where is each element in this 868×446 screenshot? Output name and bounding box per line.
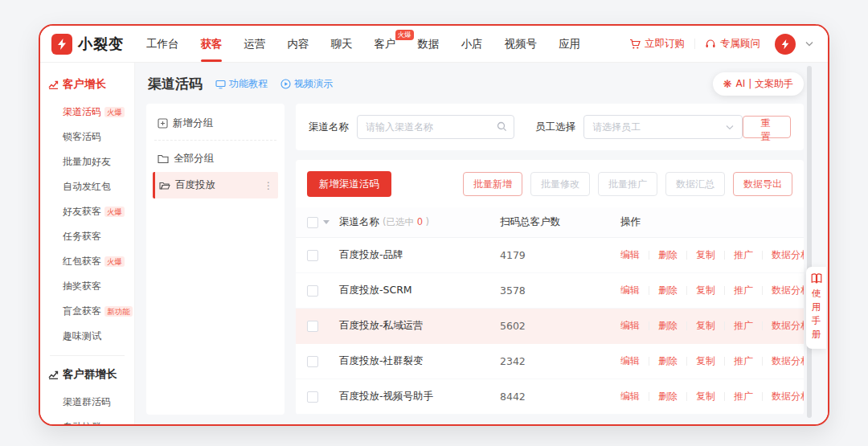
nav-item-customer[interactable]: 客户火爆 bbox=[375, 26, 396, 62]
group-item[interactable]: 全部分组 bbox=[153, 145, 278, 172]
manual-tab-char: 使 bbox=[812, 288, 821, 300]
headset-icon bbox=[705, 39, 716, 50]
action-link[interactable]: 数据分析 bbox=[772, 319, 804, 333]
batch-button[interactable]: 批量新增 bbox=[463, 172, 522, 196]
nav-item-workbench[interactable]: 工作台 bbox=[146, 26, 179, 62]
nav-item-chat[interactable]: 聊天 bbox=[331, 26, 353, 62]
sidebar-item[interactable]: 红包获客火爆 bbox=[40, 249, 134, 274]
sidebar-item-label: 好友获客 bbox=[63, 205, 101, 219]
batch-button[interactable]: 数据导出 bbox=[733, 172, 792, 196]
action-link[interactable]: 复制 bbox=[696, 319, 715, 333]
action-link[interactable]: 删除 bbox=[658, 248, 678, 262]
scan-count-cell: 4179 bbox=[500, 249, 620, 261]
filter-bar: 渠道名称 员工选择 请选择员工 bbox=[296, 104, 804, 150]
action-link[interactable]: 数据分析 bbox=[772, 248, 804, 262]
more-options-icon[interactable]: ⋮ bbox=[264, 180, 273, 191]
subscribe-button[interactable]: 立即订购 bbox=[629, 37, 685, 51]
action-link[interactable]: 删除 bbox=[658, 284, 678, 297]
row-checkbox[interactable] bbox=[307, 391, 318, 403]
nav-item-label: 内容 bbox=[288, 37, 309, 51]
manual-tab-char: 用 bbox=[812, 301, 821, 313]
ai-copywriter-button[interactable]: ❋ AI | 文案助手 bbox=[713, 72, 804, 96]
search-icon[interactable] bbox=[497, 121, 507, 132]
action-link[interactable]: 复制 bbox=[696, 390, 715, 403]
action-link[interactable]: 删除 bbox=[658, 319, 678, 333]
action-link[interactable]: 编辑 bbox=[620, 390, 640, 403]
nav-item-acquisition[interactable]: 获客 bbox=[201, 26, 223, 62]
hot-badge: 火爆 bbox=[104, 107, 125, 118]
brand[interactable]: 小裂变 bbox=[51, 34, 124, 55]
reset-button[interactable]: 重 置 bbox=[743, 116, 791, 138]
sidebar-item[interactable]: 趣味测试 bbox=[40, 324, 134, 349]
action-link[interactable]: 编辑 bbox=[620, 354, 640, 368]
sidebar-item[interactable]: 自动发红包 bbox=[40, 174, 134, 199]
action-link[interactable]: 推广 bbox=[734, 248, 753, 262]
action-link[interactable]: 数据分析 bbox=[772, 284, 804, 297]
folder-icon bbox=[158, 154, 169, 164]
sidebar-item[interactable]: 批量加好友 bbox=[40, 149, 134, 174]
action-divider bbox=[724, 286, 725, 295]
nav-item-content[interactable]: 内容 bbox=[288, 26, 309, 62]
selected-count-info: (已选中 0 ) bbox=[383, 216, 429, 227]
batch-button[interactable]: 批量修改 bbox=[530, 172, 590, 196]
batch-button[interactable]: 数据汇总 bbox=[665, 172, 725, 196]
sidebar-item[interactable]: 抽奖获客 bbox=[40, 274, 134, 299]
folder-open-icon bbox=[159, 181, 170, 190]
add-channel-qrcode-button[interactable]: 新增渠道活码 bbox=[307, 171, 391, 197]
row-checkbox[interactable] bbox=[307, 285, 318, 297]
nav-item-video-account[interactable]: 视频号 bbox=[505, 26, 538, 62]
nav-item-data[interactable]: 数据 bbox=[418, 26, 440, 62]
nav-item-shop[interactable]: 小店 bbox=[461, 26, 483, 62]
advisor-button[interactable]: 专属顾问 bbox=[705, 37, 760, 51]
play-circle-icon bbox=[280, 79, 291, 89]
account-chevron-icon[interactable] bbox=[805, 41, 813, 47]
action-divider bbox=[762, 392, 763, 401]
video-demo-link[interactable]: 视频演示 bbox=[280, 77, 333, 91]
action-divider bbox=[686, 357, 687, 366]
select-all-checkbox[interactable] bbox=[307, 217, 318, 228]
action-link[interactable]: 数据分析 bbox=[772, 354, 804, 368]
sidebar-item-label: 自动发红包 bbox=[63, 180, 111, 194]
action-link[interactable]: 推广 bbox=[734, 390, 753, 403]
sidebar-item[interactable]: 锁客活码 bbox=[40, 125, 134, 149]
staff-select[interactable]: 请选择员工 bbox=[583, 115, 742, 139]
sidebar-item-label: 锁客活码 bbox=[63, 130, 101, 144]
tutorial-link[interactable]: 功能教程 bbox=[215, 77, 268, 91]
nav-item-operation[interactable]: 运营 bbox=[244, 26, 266, 62]
action-link[interactable]: 复制 bbox=[696, 354, 715, 368]
sidebar-item[interactable]: 自动拉群 bbox=[40, 415, 134, 426]
row-checkbox[interactable] bbox=[307, 250, 318, 261]
action-link[interactable]: 编辑 bbox=[620, 248, 640, 262]
sidebar-item-label: 渠道活码 bbox=[63, 105, 101, 119]
sidebar-item[interactable]: 渠道活码火爆 bbox=[40, 100, 134, 125]
channel-name-input[interactable] bbox=[357, 115, 514, 139]
group-item[interactable]: 百度投放⋮ bbox=[153, 172, 278, 198]
sidebar-item[interactable]: 渠道群活码 bbox=[40, 390, 134, 415]
action-link[interactable]: 复制 bbox=[696, 284, 715, 297]
row-checkbox-cell bbox=[307, 356, 339, 367]
content-scrollbar[interactable] bbox=[807, 66, 812, 418]
sidebar-item[interactable]: 任务获客 bbox=[40, 224, 134, 249]
action-divider bbox=[762, 321, 763, 330]
action-link[interactable]: 编辑 bbox=[620, 284, 640, 297]
action-link[interactable]: 编辑 bbox=[620, 319, 640, 333]
action-link[interactable]: 推广 bbox=[734, 284, 753, 297]
add-group-button[interactable]: 新增分组 bbox=[153, 110, 278, 137]
sidebar-item[interactable]: 盲盒获客新功能 bbox=[40, 299, 134, 324]
action-link[interactable]: 删除 bbox=[658, 354, 678, 368]
action-link[interactable]: 数据分析 bbox=[772, 390, 804, 403]
row-checkbox[interactable] bbox=[307, 356, 318, 367]
action-link[interactable]: 推广 bbox=[734, 319, 753, 333]
action-link[interactable]: 复制 bbox=[696, 248, 715, 262]
nav-item-apps[interactable]: 应用 bbox=[559, 26, 580, 62]
user-avatar[interactable] bbox=[775, 34, 796, 55]
user-manual-tab[interactable]: 使用手册 bbox=[806, 267, 826, 349]
sidebar-item[interactable]: 好友获客火爆 bbox=[40, 199, 134, 224]
column-actions: 操作 bbox=[620, 215, 792, 229]
action-divider bbox=[762, 286, 763, 295]
row-checkbox[interactable] bbox=[307, 321, 318, 332]
select-options-caret-icon[interactable] bbox=[323, 220, 330, 224]
action-link[interactable]: 删除 bbox=[658, 390, 678, 403]
batch-button[interactable]: 批量推广 bbox=[598, 172, 657, 196]
action-link[interactable]: 推广 bbox=[734, 354, 753, 368]
